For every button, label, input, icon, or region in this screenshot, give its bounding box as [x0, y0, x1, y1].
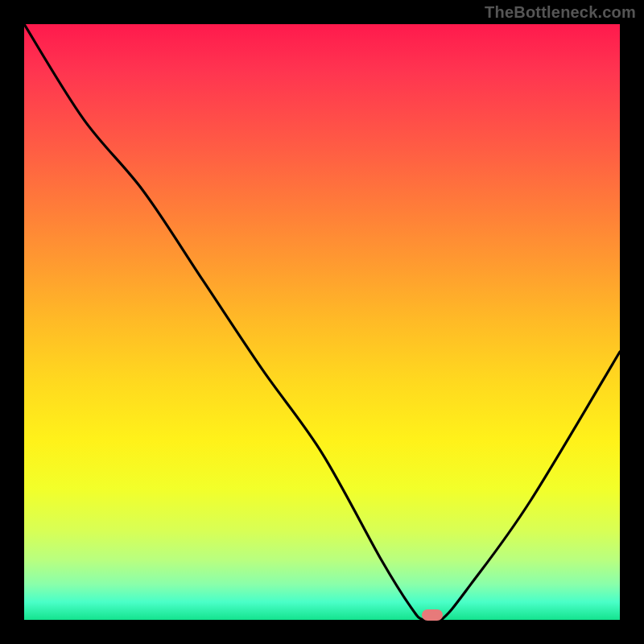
chart-frame: TheBottleneck.com — [0, 0, 644, 644]
plot-area — [24, 24, 620, 620]
bottleneck-curve — [24, 24, 620, 620]
optimal-marker — [422, 609, 443, 621]
watermark-text: TheBottleneck.com — [485, 3, 636, 22]
